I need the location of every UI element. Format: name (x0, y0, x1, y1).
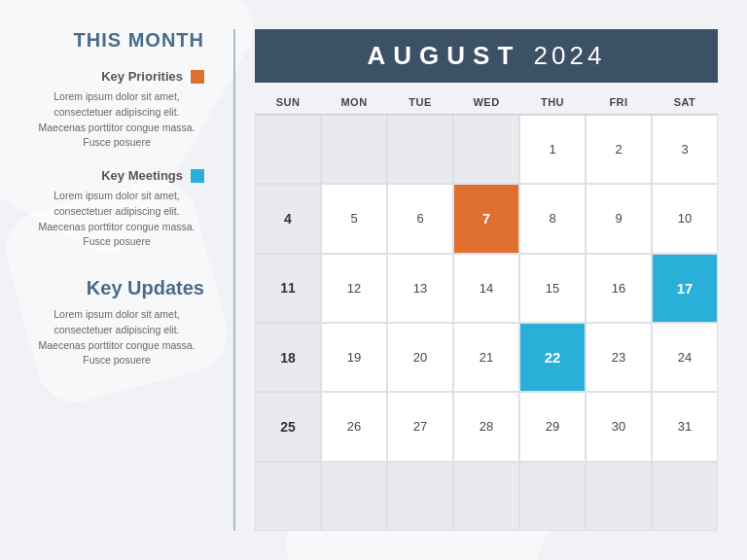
day-header-tue: TUE (387, 90, 453, 115)
day-cell: 14 (453, 254, 519, 323)
day-cell (387, 462, 453, 531)
day-cell: 25 (255, 392, 321, 461)
day-cell: 18 (255, 323, 321, 392)
day-header-wed: WED (453, 90, 519, 115)
day-cell: 31 (652, 392, 718, 461)
day-cell: 7 (453, 184, 519, 253)
day-cell: 10 (652, 184, 718, 253)
day-cell: 15 (519, 254, 586, 323)
updates-text: Lorem ipsum dolor sit amet, consectetuer… (29, 307, 204, 368)
day-cell (321, 462, 387, 531)
meetings-header: Key Meetings (29, 168, 204, 183)
sidebar: THIS MONTH Key Priorities Lorem ipsum do… (29, 29, 224, 531)
day-header-thu: THU (519, 90, 586, 115)
day-cell (255, 115, 321, 184)
day-cell: 11 (255, 254, 321, 323)
day-cell: 26 (321, 392, 387, 461)
day-cell: 19 (321, 323, 387, 392)
priorities-color-indicator (191, 70, 204, 84)
day-cell (255, 462, 321, 531)
day-cell: 9 (586, 184, 652, 253)
priorities-section: Key Priorities Lorem ipsum dolor sit ame… (29, 69, 204, 151)
day-header-fri: FRI (586, 90, 652, 115)
month-header: AUGUST 2024 (255, 29, 718, 83)
priorities-header: Key Priorities (29, 69, 204, 84)
day-cell: 5 (321, 184, 387, 253)
day-cell: 20 (387, 323, 453, 392)
day-cell (453, 462, 519, 531)
year-value: 2024 (534, 41, 606, 70)
day-cell: 24 (652, 323, 718, 392)
day-cell: 17 (652, 254, 718, 323)
day-cell: 23 (586, 323, 652, 392)
day-cell: 28 (453, 392, 519, 461)
day-cell (453, 115, 519, 184)
day-cell: 3 (652, 115, 718, 184)
meetings-text: Lorem ipsum dolor sit amet, consectetuer… (29, 189, 204, 250)
meetings-label: Key Meetings (101, 168, 183, 183)
day-header-sat: SAT (652, 90, 718, 115)
day-cell: 4 (255, 184, 321, 253)
sidebar-title: THIS MONTH (29, 29, 204, 52)
day-cell: 13 (387, 254, 453, 323)
page-wrapper: THIS MONTH Key Priorities Lorem ipsum do… (0, 0, 747, 560)
day-header-sun: SUN (255, 90, 321, 115)
day-cell: 8 (519, 184, 586, 253)
meetings-color-indicator (191, 169, 204, 183)
updates-section: Key Updates Lorem ipsum dolor sit amet, … (29, 277, 204, 368)
day-cell: 29 (519, 392, 586, 461)
day-cell (519, 462, 586, 531)
day-cell: 22 (519, 323, 586, 392)
day-header-mon: MON (321, 90, 387, 115)
month-name: AUGUST (368, 41, 521, 70)
day-cell: 30 (586, 392, 652, 461)
priorities-label: Key Priorities (101, 69, 183, 84)
day-cell (652, 462, 718, 531)
day-cell: 2 (586, 115, 652, 184)
day-cell (586, 462, 652, 531)
day-cell (387, 115, 453, 184)
day-cell: 1 (519, 115, 586, 184)
priorities-text: Lorem ipsum dolor sit amet, consectetuer… (29, 89, 204, 151)
day-cell: 12 (321, 254, 387, 323)
day-cell: 21 (453, 323, 519, 392)
day-cell: 6 (387, 184, 453, 253)
sidebar-divider (233, 29, 235, 531)
day-cell: 16 (586, 254, 652, 323)
day-cell: 27 (387, 392, 453, 461)
calendar-grid: SUNMONTUEWEDTHUFRISAT1234567891011121314… (255, 90, 718, 531)
calendar-area: AUGUST 2024 SUNMONTUEWEDTHUFRISAT1234567… (245, 29, 718, 531)
meetings-section: Key Meetings Lorem ipsum dolor sit amet,… (29, 168, 204, 250)
updates-title: Key Updates (29, 277, 204, 299)
day-cell (321, 115, 387, 184)
